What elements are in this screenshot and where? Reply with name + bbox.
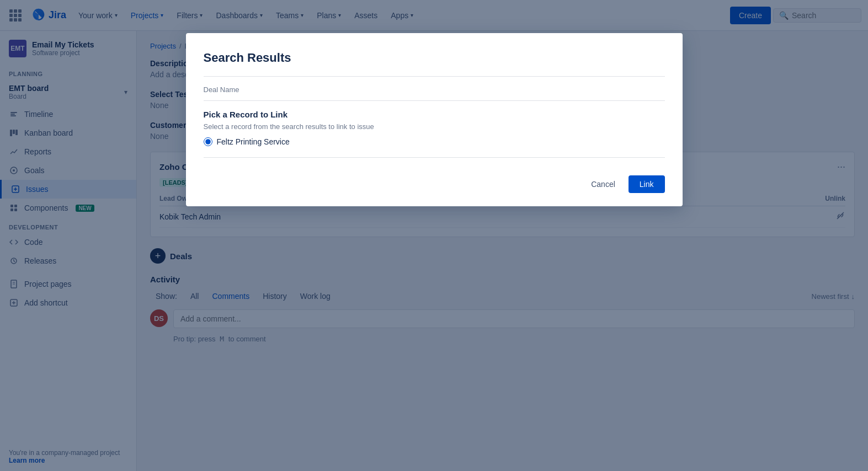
search-results-modal: Search Results Deal Name Pick a Record t… [186, 33, 683, 206]
modal-divider [204, 76, 665, 77]
modal-hint: Select a record from the search results … [204, 122, 665, 131]
modal-divider-3 [204, 157, 665, 158]
record-radio[interactable] [204, 137, 212, 146]
cancel-button[interactable]: Cancel [582, 175, 624, 193]
modal-divider-2 [204, 100, 665, 101]
modal-field-label: Deal Name [204, 85, 665, 94]
modal-footer: Cancel Link [204, 175, 665, 193]
link-button[interactable]: Link [629, 175, 665, 193]
modal-overlay[interactable]: Search Results Deal Name Pick a Record t… [0, 0, 868, 471]
record-label[interactable]: Feltz Printing Service [217, 137, 290, 146]
radio-row: Feltz Printing Service [204, 137, 665, 146]
modal-title: Search Results [204, 51, 665, 65]
modal-section-title: Pick a Record to Link [204, 110, 665, 119]
